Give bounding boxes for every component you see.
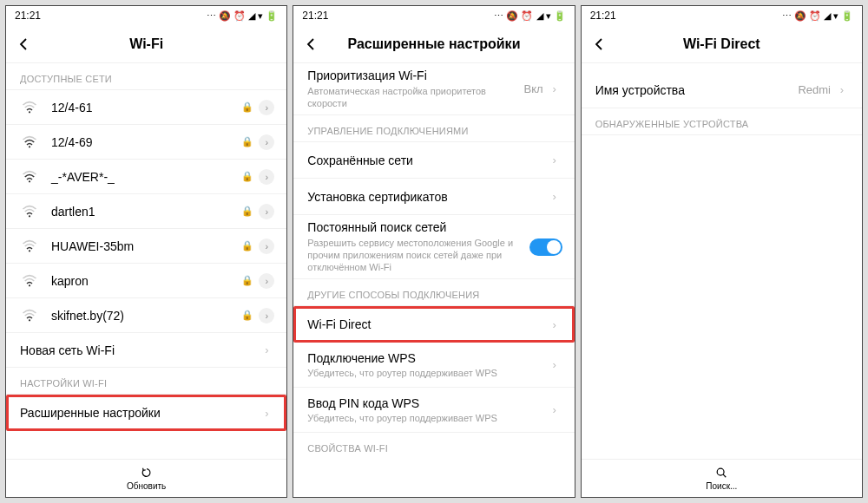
ssid: _-*AVER*-_	[51, 170, 241, 184]
content: ДОСТУПНЫЕ СЕТИ 12/4-61🔒›12/4-69🔒›_-*AVER…	[6, 63, 286, 459]
content: Имя устройства Redmi › ОБНАРУЖЕННЫЕ УСТР…	[582, 63, 862, 459]
section-wifi-props: СВОЙСТВА WI-FI	[293, 433, 574, 459]
new-network-row[interactable]: Новая сеть Wi-Fi ›	[6, 333, 286, 368]
chevron-right-icon: ›	[259, 100, 274, 115]
chevron-right-icon: ›	[834, 82, 850, 98]
chevron-right-icon: ›	[547, 317, 562, 332]
advanced-settings-row[interactable]: Расширенные настройки ›	[6, 395, 286, 431]
chevron-right-icon: ›	[259, 204, 274, 219]
wifi-network-row[interactable]: _-*AVER*-_🔒›	[6, 160, 286, 194]
back-button[interactable]	[582, 25, 616, 63]
search-icon	[715, 467, 727, 480]
header: Wi-Fi Direct	[582, 25, 862, 63]
status-icons: ⋯ 🔕 ⏰ ◢ ▾ 🔋	[207, 10, 278, 22]
status-bar: 21:21 ⋯ 🔕 ⏰ ◢ ▾ 🔋	[293, 6, 574, 25]
wifi-signal-icon	[20, 308, 39, 323]
ssid: kapron	[51, 274, 241, 288]
svg-point-5	[29, 284, 30, 286]
ssid: 12/4-69	[51, 135, 241, 149]
status-bar: 21:21 ⋯ 🔕 ⏰ ◢ ▾ 🔋	[582, 6, 862, 25]
clock: 21:21	[15, 10, 41, 22]
chevron-right-icon: ›	[547, 402, 562, 418]
saved-networks-row[interactable]: Сохранённые сети ›	[293, 142, 574, 179]
wifi-signal-icon	[20, 204, 39, 219]
screen-wifi-direct: 21:21 ⋯ 🔕 ⏰ ◢ ▾ 🔋 Wi-Fi Direct Имя устро…	[581, 5, 863, 498]
scan-always-row[interactable]: Постоянный поиск сетей Разрешить сервису…	[293, 215, 574, 279]
screen-wifi-list: 21:21 ⋯ 🔕 ⏰ ◢ ▾ 🔋 Wi-Fi ДОСТУПНЫЕ СЕТИ 1…	[5, 5, 287, 498]
svg-point-3	[29, 215, 30, 217]
lock-icon: 🔒	[241, 310, 253, 321]
lock-icon: 🔒	[241, 171, 253, 182]
svg-point-6	[29, 319, 30, 321]
svg-point-0	[29, 111, 30, 113]
status-icons: ⋯ 🔕 ⏰ ◢ ▾ 🔋	[782, 10, 853, 22]
svg-point-1	[29, 146, 30, 147]
section-connection-mgmt: УПРАВЛЕНИЕ ПОДКЛЮЧЕНИЯМИ	[293, 115, 574, 142]
section-found-devices: ОБНАРУЖЕННЫЕ УСТРОЙСТВА	[582, 108, 862, 135]
wifi-network-row[interactable]: dartlen1🔒›	[6, 194, 286, 229]
lock-icon: 🔒	[241, 275, 253, 286]
ssid: skifnet.by(72)	[51, 309, 241, 323]
status-bar: 21:21 ⋯ 🔕 ⏰ ◢ ▾ 🔋	[6, 6, 286, 25]
svg-point-2	[29, 180, 30, 182]
device-name-row[interactable]: Имя устройства Redmi ›	[582, 72, 862, 108]
content: Приоритизация Wi-Fi Автоматическая настр…	[293, 63, 574, 497]
ssid: dartlen1	[51, 205, 241, 219]
header: Расширенные настройки	[293, 25, 574, 63]
chevron-right-icon: ›	[259, 343, 274, 358]
page-title: Wi-Fi Direct	[582, 36, 862, 52]
ssid: HUAWEI-35bm	[51, 239, 241, 253]
wifi-priority-row[interactable]: Приоритизация Wi-Fi Автоматическая настр…	[293, 63, 574, 115]
chevron-right-icon: ›	[259, 405, 274, 421]
lock-icon: 🔒	[241, 101, 253, 113]
screen-advanced: 21:21 ⋯ 🔕 ⏰ ◢ ▾ 🔋 Расширенные настройки …	[293, 5, 575, 498]
wifi-signal-icon	[20, 273, 39, 289]
wifi-network-row[interactable]: kapron🔒›	[6, 264, 286, 298]
chevron-right-icon: ›	[259, 308, 274, 323]
lock-icon: 🔒	[241, 240, 253, 252]
wifi-signal-icon	[20, 134, 39, 150]
status-icons: ⋯ 🔕 ⏰ ◢ ▾ 🔋	[494, 10, 565, 22]
wps-row[interactable]: Подключение WPS Убедитесь, что роутер по…	[293, 343, 574, 388]
back-button[interactable]	[293, 25, 328, 63]
chevron-right-icon: ›	[259, 238, 274, 254]
svg-point-7	[718, 468, 725, 475]
page-title: Wi-Fi	[6, 36, 286, 52]
section-available: ДОСТУПНЫЕ СЕТИ	[6, 63, 286, 90]
chevron-right-icon: ›	[547, 357, 562, 373]
wifi-direct-row[interactable]: Wi-Fi Direct ›	[293, 306, 574, 343]
clock: 21:21	[590, 10, 616, 22]
refresh-button[interactable]: Обновить	[6, 459, 286, 497]
chevron-right-icon: ›	[547, 153, 562, 168]
wifi-network-row[interactable]: 12/4-69🔒›	[6, 125, 286, 160]
section-other-conn: ДРУГИЕ СПОСОБЫ ПОДКЛЮЧЕНИЯ	[293, 279, 574, 306]
svg-line-8	[724, 474, 727, 477]
wifi-signal-icon	[20, 100, 39, 115]
back-button[interactable]	[6, 25, 41, 63]
wifi-network-row[interactable]: HUAWEI-35bm🔒›	[6, 229, 286, 264]
wps-pin-row[interactable]: Ввод PIN кода WPS Убедитесь, что роутер …	[293, 388, 574, 433]
wifi-signal-icon	[20, 238, 39, 254]
page-title: Расширенные настройки	[293, 36, 574, 52]
lock-icon: 🔒	[241, 136, 253, 147]
lock-icon: 🔒	[241, 206, 253, 217]
clock: 21:21	[302, 10, 328, 22]
chevron-right-icon: ›	[259, 273, 274, 289]
chevron-right-icon: ›	[547, 189, 562, 205]
chevron-right-icon: ›	[547, 82, 562, 97]
search-button[interactable]: Поиск...	[582, 459, 862, 497]
scan-always-toggle[interactable]	[529, 238, 562, 256]
certs-row[interactable]: Установка сертификатов ›	[293, 179, 574, 215]
chevron-right-icon: ›	[259, 169, 274, 185]
wifi-network-row[interactable]: 12/4-61🔒›	[6, 90, 286, 125]
chevron-right-icon: ›	[259, 134, 274, 150]
wifi-signal-icon	[20, 169, 39, 185]
section-wifi-settings: НАСТРОЙКИ WI-FI	[6, 368, 286, 395]
ssid: 12/4-61	[51, 101, 241, 114]
refresh-icon	[141, 467, 153, 480]
header: Wi-Fi	[6, 25, 286, 63]
wifi-network-row[interactable]: skifnet.by(72)🔒›	[6, 298, 286, 333]
svg-point-4	[29, 250, 30, 252]
